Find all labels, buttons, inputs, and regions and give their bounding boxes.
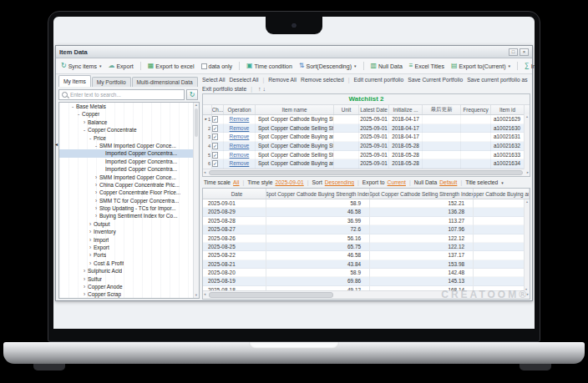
toolbar-item[interactable]: ☁ Export [108,62,140,70]
scrollbar-thumb[interactable] [195,108,198,137]
watchlist-horizontal-scrollbar[interactable]: ◂ ▸ [203,169,530,176]
tree-vertical-scrollbar[interactable]: ▴ ▾ [193,103,199,298]
tree-expand-icon[interactable]: › [81,275,88,283]
exit-portfolio-state-link[interactable]: Exit portfolio state [202,84,246,93]
tree-item[interactable]: › Inventory [59,228,193,235]
tree-expand-icon[interactable]: › [93,181,99,189]
data-control-link[interactable]: 2025-09-01 [276,179,304,185]
tree-item[interactable]: › Stop Updating - TCs for Impor... [59,204,193,212]
tab[interactable]: My Items [58,75,91,87]
row-checkbox[interactable]: ✓ [212,134,218,140]
tab[interactable]: My Portfolio [92,77,131,87]
tree-expand-icon[interactable]: › [81,290,88,298]
column-header-date[interactable]: Date [203,189,266,199]
tree-item[interactable]: Imported Copper Concentra... [59,158,193,165]
tree-expand-icon[interactable]: › [87,251,94,259]
remove-link[interactable]: Remove [224,115,255,124]
tree-expand-icon[interactable]: › [93,174,99,181]
tree-expand-icon[interactable]: › [87,220,94,228]
toolbar-item[interactable]: ≡ Excel Titles [409,63,444,69]
row-checkbox[interactable]: ✓ [212,143,218,149]
toolbar-item[interactable]: ⇅ Sort(Descending) ▾ [299,62,364,70]
tree-expand-icon[interactable] [99,149,105,157]
tree-item[interactable]: › Sulphuric Acid [59,267,193,275]
column-header-check[interactable]: Ch... [212,105,224,114]
column-header-selling-index[interactable]: Spot Copper Cathode Selling Strength Ind… [370,189,474,199]
tree-expand-icon[interactable]: › [81,283,88,290]
tree-item[interactable]: › Buying Sentiment Index for Co... [59,212,193,219]
scroll-left-icon[interactable]: ◂ [204,170,205,174]
row-checkbox[interactable]: ✓ [212,160,218,167]
tree-item[interactable]: › Import [59,236,193,244]
portfolio-action-link[interactable]: Edit current portfolio [353,75,403,84]
tree-item[interactable]: › Export [59,244,193,251]
data-table-vertical-scrollbar[interactable]: ▴▾ [524,199,530,291]
scroll-up-icon[interactable]: ▴ [194,103,199,108]
tree-expand-icon[interactable]: › [81,267,88,275]
tab[interactable]: Multi-dimensional Data [132,77,198,87]
portfolio-action-link[interactable]: Remove selected [301,75,344,84]
remove-link[interactable]: Remove [224,124,255,134]
column-header-operation[interactable]: Operation [224,105,256,114]
column-header-latest-date[interactable]: Latest Date [359,105,389,114]
tree-expand-icon[interactable]: - [87,134,94,142]
tree-expand-icon[interactable]: - [69,103,76,110]
column-header-item-id[interactable]: Item id [491,105,525,114]
tree-item[interactable]: Imported Copper Concentra... [59,165,193,173]
tree-item[interactable]: › Copper Anode [59,283,193,290]
tree-expand-icon[interactable]: › [87,236,94,244]
tree-expand-icon[interactable]: › [93,197,99,204]
refresh-button[interactable]: ↻ [186,89,198,100]
portfolio-action-link[interactable]: Save current portfolio as [467,75,528,84]
watchlist-vertical-scrollbar[interactable]: ▴ [524,114,530,169]
tree-item[interactable]: › Copper Concentrate Floor Price... [59,189,193,196]
panel-collapse-handle[interactable]: ◂ [55,141,58,147]
data-control-link[interactable]: Default [439,179,457,185]
column-header-frequency[interactable]: Frequency [461,105,491,114]
tree-item[interactable]: › Ports [59,251,193,259]
tree-expand-icon[interactable]: - [75,110,82,118]
toolbar-item[interactable]: ∑ Index computation ▾ [525,63,535,69]
tree-expand-icon[interactable]: › [87,228,94,235]
toolbar-item[interactable]: ▦ Export to excel [148,63,195,69]
tree-item[interactable]: - Price [59,134,193,142]
tree-expand-icon[interactable] [99,158,105,165]
sort-ascending-icon[interactable]: ↑ [258,84,261,93]
tree-expand-icon[interactable]: - [81,126,88,134]
maximize-button[interactable]: □ [509,48,518,56]
data-control-link[interactable]: All [233,179,239,185]
column-header-buying-selling-index[interactable]: Spot Copper Cathode Buying and Sellin [474,189,530,199]
column-header-item-name[interactable]: Item name [256,105,334,114]
tree-expand-icon[interactable]: › [87,244,94,251]
tree-item[interactable]: › Output [59,220,193,228]
tree-item[interactable]: - Copper [59,110,193,118]
tree-expand-icon[interactable]: - [93,142,99,149]
tree-item[interactable]: › China Copper Concentrate Pric... [59,181,193,189]
close-button[interactable]: × [520,48,529,56]
remove-link[interactable]: Remove [224,159,255,169]
scroll-right-icon[interactable]: ▸ [527,170,529,174]
remove-link[interactable]: Remove [224,142,255,151]
remove-link[interactable]: Remove [224,133,255,142]
column-header-last-updated[interactable]: 最后更新 [423,105,461,114]
tree-item[interactable]: › Balance [59,118,193,126]
tree-expand-icon[interactable]: › [93,204,99,212]
toolbar-item[interactable]: ▥ Null Data [371,63,403,69]
toolbar-item[interactable]: ↻ Sync items ▾ [61,63,101,69]
scrollbar-thumb[interactable] [209,292,333,298]
sort-descending-icon[interactable]: ↓ [262,84,266,93]
column-header-buying-index[interactable]: Spot Copper Cathode Buying Strength Inde… [266,189,370,199]
tree-item[interactable]: › Sulfur [59,275,193,283]
portfolio-action-link[interactable]: Deselect All [230,75,259,84]
toolbar-item[interactable]: ▣ Time condition [246,63,292,69]
scrollbar-thumb[interactable] [209,170,523,175]
scroll-down-icon[interactable]: ▾ [194,293,199,298]
data-control-link[interactable]: Descending [325,179,354,185]
column-header-unit[interactable]: Unit [334,105,359,114]
row-checkbox[interactable]: ✓ [212,116,218,123]
portfolio-action-link[interactable]: Save Current Portfolio [408,75,463,84]
data-control-link[interactable]: Current [388,179,406,185]
row-checkbox[interactable]: ✓ [212,152,218,159]
toolbar-item[interactable]: data only [201,62,240,70]
column-header-initialize[interactable]: Initialize ... [389,105,423,114]
